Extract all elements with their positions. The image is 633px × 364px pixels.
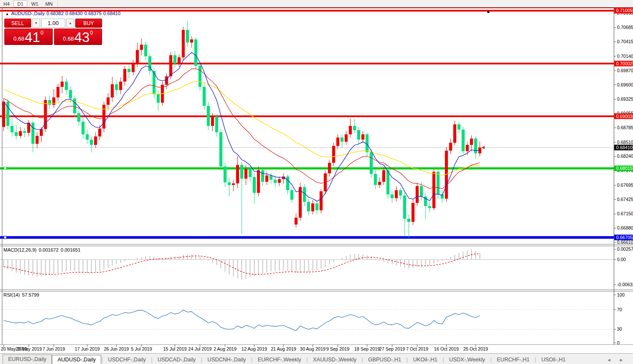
buy-button[interactable]: BUY (75, 19, 102, 28)
date-label: 7 Oct 2019 (406, 346, 428, 351)
tab-scroll-arrows[interactable]: ◄ ► (607, 358, 633, 364)
tab-eurchf-weekly[interactable]: EURCHF-,Weekly (253, 355, 306, 364)
candle-body (257, 170, 260, 193)
timeframe-button-MN[interactable]: MN (42, 0, 56, 7)
candle-body (328, 163, 331, 173)
candle-body (224, 166, 227, 182)
candle-body (203, 87, 206, 106)
volume-increase-button[interactable]: ▲ (66, 19, 74, 28)
candle-body (94, 137, 97, 145)
tab-eurusd-daily[interactable]: EURUSD-,Daily (3, 354, 52, 364)
macd-tick-label: 0.00 (617, 257, 626, 262)
tab-usoil-h1[interactable]: USOil-,H1 (536, 355, 571, 364)
tab-usdcnh-daily[interactable]: USDCNH-,Daily (202, 355, 251, 364)
candle-body (374, 174, 377, 185)
candle-body (278, 179, 281, 183)
candle-body (144, 45, 147, 56)
ask-price-pip-digit: 0 (90, 30, 93, 36)
tab-eurchf-h1[interactable]: EURCHF-,H1 (492, 355, 535, 364)
bid-price-display[interactable]: 0.68410 (4, 29, 53, 45)
volume-decrease-button[interactable]: ▼ (32, 19, 40, 28)
candle-body (240, 165, 243, 179)
quote-open: 0.68382 (47, 11, 64, 16)
volume-input[interactable]: 1.00 (41, 19, 65, 28)
candle-body (128, 69, 131, 72)
candle-body (387, 170, 390, 195)
candle-body (349, 126, 352, 134)
timeframe-button-H4[interactable]: H4 (0, 0, 13, 7)
date-label: 16 Oct 2019 (434, 346, 459, 351)
collapse-triangle-icon[interactable]: ▲ (5, 12, 9, 16)
candle-body (48, 100, 51, 105)
chart-title: ▲AUDUSD-,Daily0.683820.684300.683750.684… (5, 11, 122, 16)
date-label: 26 Jun 2019 (104, 346, 129, 351)
candle-body (332, 146, 335, 163)
tab-usdx-weekly[interactable]: USDX-,Weekly (444, 355, 490, 364)
price-tick-label: 0.66880 (617, 225, 633, 230)
tab-gbpusd-h1[interactable]: GBPUSD-,H1 (363, 355, 406, 364)
last-price-arrow (482, 146, 485, 149)
candle-body (52, 97, 55, 105)
tab-ukoil-h1[interactable]: UKOil-,H1 (408, 355, 442, 364)
candle-body (420, 186, 423, 196)
price-tick-label: 0.69325 (617, 96, 633, 102)
candle-body (437, 172, 440, 194)
candle-body (399, 190, 402, 195)
price-tick-label: 0.68510 (617, 140, 633, 145)
candle-body (432, 172, 435, 208)
candle-body (178, 57, 181, 64)
tab-usdcad-daily[interactable]: USDCAD-,Daily (152, 355, 201, 364)
price-tick-label: 0.68785 (617, 125, 633, 130)
rsi-value: 57.5799 (22, 292, 39, 297)
candle-body (215, 116, 218, 132)
timeframe-toolbar: H4D1W1MN (0, 0, 633, 8)
price-tick-label: 0.70685 (617, 25, 633, 30)
candle-body (207, 106, 210, 126)
candle-body (236, 165, 239, 183)
timeframe-button-D1[interactable]: D1 (13, 0, 27, 7)
candle-body (249, 169, 252, 177)
candle-body (340, 137, 343, 142)
candle-body (307, 202, 310, 211)
candle-body (320, 191, 323, 210)
candle-body (169, 55, 172, 77)
candle-body (190, 39, 193, 42)
price-chart-canvas[interactable]: 0.709550.706850.704150.701400.698700.696… (0, 7, 633, 353)
rsi-line (4, 310, 480, 331)
one-click-trading-panel: SELL ▼ 1.00 ▲ BUY 0.68410 0.68430 (4, 19, 102, 45)
candle-body (61, 82, 64, 87)
tab-usdchf-daily[interactable]: USDCHF-,Daily (103, 355, 151, 364)
timeframe-button-W1[interactable]: W1 (28, 0, 42, 7)
ma-line-slow-yellow (4, 82, 480, 176)
rsi-tick-label: 70 (617, 307, 622, 312)
candle-body (173, 55, 176, 64)
macd-tick-label: -0.006326 (617, 282, 633, 287)
candle-body (102, 105, 106, 128)
toolbar-separator (58, 1, 58, 6)
bid-price-prefix: 0.68 (13, 35, 24, 42)
price-tag-current-text: 0.68410 (616, 145, 633, 150)
tab-audusd-daily[interactable]: AUDUSD-,Daily (52, 355, 101, 364)
candle-body (462, 130, 465, 151)
candle-body (357, 130, 360, 140)
candle-body (211, 116, 214, 126)
candle-body (353, 126, 356, 130)
candle-body (35, 136, 38, 144)
sell-button[interactable]: SELL (4, 19, 31, 28)
candle-body (253, 177, 256, 193)
line-selection-marker (4, 167, 6, 169)
candle-body (474, 138, 477, 153)
date-label: 27 Sep 2019 (379, 346, 405, 351)
candle-body (291, 190, 294, 200)
candle-body (198, 66, 201, 87)
price-tag-level-text: 0.68015 (616, 166, 633, 171)
rsi-indicator-label: RSI(14)57.5799 (3, 292, 42, 297)
separator-main-macd (0, 244, 633, 246)
candle-body (186, 30, 189, 42)
candle-body (2, 102, 5, 127)
tab-xauusd-weekly[interactable]: XAUUSD-,Weekly (308, 355, 361, 364)
candle-body (390, 195, 393, 198)
ask-price-display[interactable]: 0.68430 (54, 29, 102, 45)
candle-body (294, 217, 297, 224)
line-selection-marker (4, 236, 6, 239)
